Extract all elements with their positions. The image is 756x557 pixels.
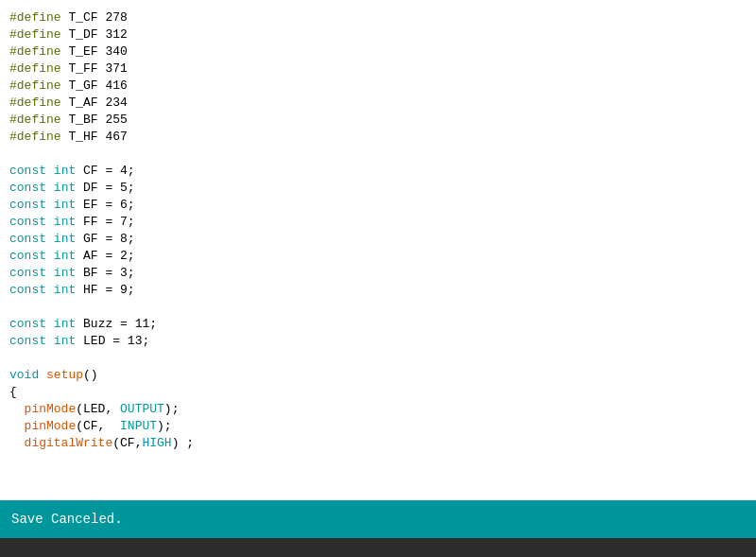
code-line: #define T_EF 340	[9, 44, 747, 61]
code-line: const int CF = 4;	[9, 163, 747, 180]
code-line: {	[9, 384, 747, 401]
code-editor: #define T_CF 278 #define T_DF 312 #defin…	[0, 0, 756, 500]
code-line: #define T_DF 312	[9, 26, 747, 44]
code-line: const int GF = 8;	[9, 231, 747, 248]
code-line: #define T_HF 467	[9, 129, 747, 146]
bottom-bar	[0, 538, 756, 557]
code-line: const int HF = 9;	[9, 282, 747, 299]
code-line: #define T_BF 255	[9, 112, 747, 129]
code-line: #define T_AF 234	[9, 95, 747, 112]
code-line: const int FF = 7;	[9, 214, 747, 231]
code-line: const int EF = 6;	[9, 197, 747, 214]
code-line-blank	[9, 299, 747, 316]
code-line: #define T_CF 278	[9, 9, 747, 26]
code-line: const int LED = 13;	[9, 333, 747, 350]
code-line: const int DF = 5;	[9, 180, 747, 197]
code-line: #define T_FF 371	[9, 61, 747, 78]
code-line: pinMode(CF, INPUT);	[9, 418, 747, 435]
status-bar: Save Canceled.	[0, 500, 756, 538]
status-message: Save Canceled.	[11, 512, 123, 527]
code-line-blank	[9, 146, 747, 163]
code-line: const int AF = 2;	[9, 248, 747, 265]
code-line-blank	[9, 350, 747, 367]
code-line: void setup()	[9, 367, 747, 384]
code-line: const int Buzz = 11;	[9, 316, 747, 333]
code-line: digitalWrite(CF,HIGH) ;	[9, 435, 747, 452]
code-line: #define T_GF 416	[9, 78, 747, 95]
code-line: pinMode(LED, OUTPUT);	[9, 401, 747, 418]
code-line: const int BF = 3;	[9, 265, 747, 282]
